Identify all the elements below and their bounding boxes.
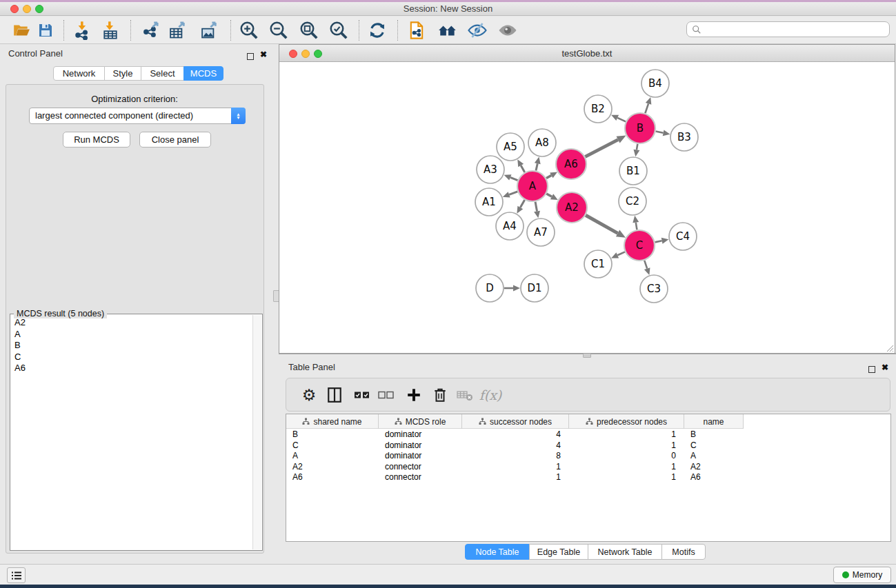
close-window-button[interactable] [10,5,19,13]
criterion-value: largest connected component (directed) [35,110,193,121]
resize-grip-icon[interactable] [886,344,894,352]
table-cell: 1 [569,440,684,452]
table-cell: 1 [569,462,684,473]
graph-edge[interactable] [644,261,647,269]
export-image-icon[interactable] [197,18,221,43]
delete-table-icon[interactable] [452,383,477,407]
export-network-icon[interactable] [139,18,164,43]
graph-edge[interactable] [617,118,626,121]
refresh-layout-icon[interactable] [365,18,390,43]
result-item[interactable]: A6 [11,363,252,374]
network-canvas[interactable]: B4B2BB3A5A8A6A3B1AA1C2A2A4A7C4CC1C3DD1 [279,63,895,353]
toolbar-separator [359,20,359,41]
control-panel-close-icon[interactable]: ✖ [260,51,267,58]
status-bar: Memory [0,564,896,585]
graph-edge[interactable] [521,165,525,172]
optimization-criterion-label: Optimization criterion: [0,94,269,104]
column-header[interactable]: MCDS role [379,414,462,429]
column-header[interactable]: successor nodes [462,414,569,429]
show-columns-icon[interactable] [322,383,347,407]
network-minimize-button[interactable] [301,50,310,58]
criterion-select[interactable]: largest connected component (directed) ▲… [29,108,246,124]
graph-edge[interactable] [617,252,625,255]
result-item[interactable]: B [11,340,252,352]
tab-motifs[interactable]: Motifs [661,544,706,560]
zoom-fit-icon[interactable] [297,18,321,43]
column-header[interactable]: predecessor nodes [569,414,684,429]
graph-edge[interactable] [637,144,637,150]
delete-row-icon[interactable] [428,383,452,407]
graph-edge[interactable] [655,241,662,242]
graph-edge[interactable] [546,175,551,178]
result-item[interactable]: A2 [11,317,252,329]
graph-edge[interactable] [585,140,618,157]
function-builder-icon[interactable]: f(x) [478,383,503,407]
graph-edge[interactable] [645,103,648,113]
graph-edge[interactable] [636,223,637,230]
zoom-out-icon[interactable] [266,18,291,43]
table-cell: B [286,429,379,440]
network-close-button[interactable] [289,50,297,58]
graph-node-label: A8 [535,136,549,149]
column-tree-icon [302,418,310,425]
column-header[interactable]: shared name [286,414,379,429]
main-toolbar [0,17,896,44]
zoom-in-icon[interactable] [237,18,261,43]
add-row-icon[interactable] [401,383,426,407]
select-all-columns-icon[interactable] [350,383,375,407]
import-network-icon[interactable] [70,18,95,43]
hide-selected-icon[interactable] [465,18,490,43]
graph-edge[interactable] [656,132,664,133]
tab-edge-table[interactable]: Edge Table [529,544,588,560]
tab-style[interactable]: Style [104,66,141,81]
table-body: Bdominator41BCdominator41CAdominator80AA… [286,429,890,483]
open-session-icon[interactable] [9,18,34,43]
result-scrollbar[interactable] [252,315,261,549]
show-panels-button[interactable] [7,567,26,583]
import-table-icon[interactable] [98,18,123,43]
deselect-all-columns-icon[interactable] [374,383,399,407]
table-cell: A2 [684,462,744,473]
result-item[interactable]: A [11,329,252,341]
search-input[interactable] [704,22,889,37]
network-zoom-button[interactable] [314,50,322,58]
graph-edge[interactable] [535,202,537,212]
graph-node-label: A3 [484,163,497,176]
control-panel-float-icon[interactable] [247,50,254,63]
table-header-row: shared nameMCDS rolesuccessor nodesprede… [286,414,744,429]
tab-node-table[interactable]: Node Table [465,544,530,560]
table-row[interactable]: A2connector11A2 [286,462,890,473]
table-row[interactable]: Cdominator41C [286,440,890,452]
export-table-icon[interactable] [165,18,190,43]
save-session-icon[interactable] [33,18,58,43]
minimize-window-button[interactable] [23,5,31,13]
table-panel-float-icon[interactable] [868,363,875,376]
graph-edge[interactable] [520,200,524,207]
zoom-selected-icon[interactable] [326,18,351,43]
table-panel-title: Table Panel [288,362,335,372]
table-row[interactable]: A6connector11A6 [286,472,890,483]
column-header[interactable]: name [684,414,744,429]
graph-edge[interactable] [536,163,537,170]
graph-edge[interactable] [509,192,517,194]
table-row[interactable]: Adominator80A [286,451,890,462]
tab-network-table[interactable]: Network Table [588,544,662,560]
tab-mcds[interactable]: MCDS [183,66,223,81]
table-panel-close-icon[interactable]: ✖ [882,364,888,371]
tab-network[interactable]: Network [53,66,105,81]
table-cell: A2 [286,462,379,473]
graph-edge[interactable] [510,177,518,180]
result-item[interactable]: C [11,352,252,363]
show-all-icon[interactable] [495,18,520,43]
first-neighbors-icon[interactable] [435,18,460,43]
table-row[interactable]: Bdominator41B [286,429,890,440]
column-settings-icon[interactable]: ⚙ [297,383,321,407]
memory-button[interactable]: Memory [833,567,891,583]
graph-edge[interactable] [546,194,552,196]
run-mcds-button[interactable]: Run MCDS [63,132,130,148]
new-network-from-selection-icon[interactable] [404,18,429,43]
tab-select[interactable]: Select [141,66,184,81]
graph-edge[interactable] [586,215,618,233]
close-panel-button[interactable]: Close panel [139,132,211,148]
zoom-window-button[interactable] [35,5,43,13]
